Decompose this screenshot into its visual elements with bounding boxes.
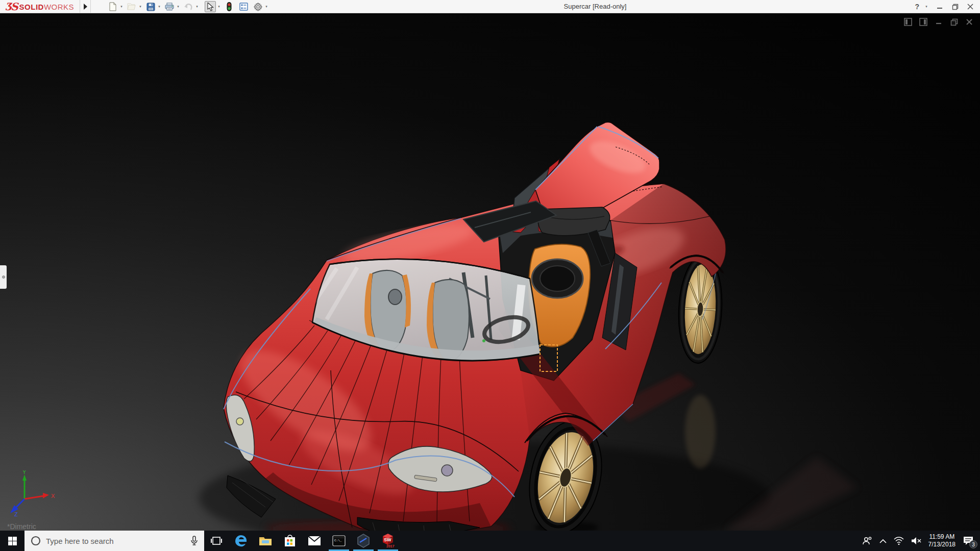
help-button[interactable]: ? bbox=[913, 3, 921, 11]
triad-z-label: Z bbox=[14, 511, 18, 517]
flyout-arrow-icon bbox=[83, 4, 87, 10]
taskbar-app-solidworks-2017[interactable]: SW 2017 bbox=[376, 531, 400, 551]
document-window-controls bbox=[903, 17, 974, 27]
select-tool-dropdown[interactable]: ▾ bbox=[216, 1, 222, 12]
help-dropdown[interactable]: ▾ bbox=[923, 1, 929, 12]
open-document-button[interactable] bbox=[126, 1, 137, 12]
taskbar-app-task-view[interactable] bbox=[204, 531, 229, 551]
print-button[interactable] bbox=[164, 1, 175, 12]
svg-text:SW: SW bbox=[384, 537, 391, 542]
close-button[interactable] bbox=[964, 1, 977, 12]
clock-date: 7/13/2018 bbox=[928, 541, 955, 548]
svg-text:2017: 2017 bbox=[386, 544, 395, 548]
taskbar-app-edge[interactable] bbox=[229, 531, 253, 551]
clock-time: 11:59 AM bbox=[928, 533, 955, 541]
traffic-light-icon bbox=[227, 2, 232, 11]
hexagon-app-icon bbox=[357, 534, 370, 548]
task-pane-button[interactable] bbox=[238, 1, 249, 12]
menu-flyout-arrow[interactable] bbox=[80, 0, 91, 13]
options-dropdown[interactable]: ▾ bbox=[263, 1, 270, 12]
triad-y-label: Y bbox=[22, 470, 27, 475]
chevron-up-icon[interactable] bbox=[879, 539, 887, 543]
notification-badge: 3 bbox=[969, 540, 977, 548]
new-document-icon bbox=[109, 2, 117, 11]
minimize-button[interactable] bbox=[933, 1, 946, 12]
action-center-button[interactable]: 3 bbox=[963, 536, 974, 546]
supercar-3d-model[interactable] bbox=[0, 13, 980, 531]
feature-manager-collapsed-tab[interactable] bbox=[0, 265, 7, 289]
cortana-icon bbox=[31, 536, 41, 546]
select-tool-button[interactable] bbox=[205, 1, 216, 12]
document-title: Supercar [Read-only] bbox=[534, 0, 656, 13]
taskbar-app-microsoft-store[interactable] bbox=[278, 531, 302, 551]
edge-icon bbox=[234, 534, 248, 547]
solidworks-logo: ƷS SOLIDWORKS bbox=[5, 1, 74, 13]
volume-muted-icon[interactable] bbox=[911, 537, 921, 545]
orientation-triad: Y X Z bbox=[7, 470, 58, 517]
rebuild-button[interactable] bbox=[224, 1, 235, 12]
taskbar-app-command-prompt[interactable]: C:\_ bbox=[327, 531, 351, 551]
restore-icon bbox=[952, 4, 959, 10]
doc-close-icon bbox=[966, 18, 973, 26]
taskbar-app-hexagon-3d[interactable] bbox=[351, 531, 376, 551]
save-button[interactable] bbox=[145, 1, 156, 12]
print-icon bbox=[165, 3, 174, 11]
app-title-bar: ƷS SOLIDWORKS ▾ ▾ ▾ ▾ ▾ ▾ bbox=[0, 0, 980, 13]
system-tray: 11:59 AM 7/13/2018 3 bbox=[862, 531, 980, 551]
store-icon bbox=[284, 534, 296, 547]
titlebar-controls: ? ▾ bbox=[913, 0, 977, 13]
pane-right-icon bbox=[919, 18, 927, 26]
undo-button[interactable] bbox=[183, 1, 194, 12]
taskbar-app-file-explorer[interactable] bbox=[253, 531, 278, 551]
microphone-icon[interactable] bbox=[190, 536, 198, 546]
search-input[interactable] bbox=[46, 537, 185, 545]
command-prompt-icon: C:\_ bbox=[332, 535, 346, 546]
graphics-viewport[interactable]: Y X Z *Dimetric bbox=[0, 13, 980, 531]
doc-pane-left-button[interactable] bbox=[903, 17, 913, 27]
doc-pane-right-button[interactable] bbox=[919, 17, 928, 27]
doc-minimize-button[interactable] bbox=[934, 17, 943, 27]
doc-minimize-icon bbox=[935, 18, 942, 26]
people-icon[interactable] bbox=[862, 536, 872, 545]
mail-icon bbox=[308, 536, 321, 546]
taskbar-search-box[interactable] bbox=[24, 531, 204, 551]
wifi-icon[interactable] bbox=[894, 537, 904, 545]
start-button[interactable] bbox=[0, 531, 24, 551]
windows-taskbar: C:\_ SW 2017 11:59 AM 7/13/2018 bbox=[0, 531, 980, 551]
doc-close-button[interactable] bbox=[965, 17, 974, 27]
save-dropdown[interactable]: ▾ bbox=[156, 1, 162, 12]
file-explorer-icon bbox=[259, 535, 272, 546]
task-view-icon bbox=[211, 536, 222, 545]
close-icon bbox=[967, 4, 973, 10]
open-folder-icon bbox=[127, 3, 137, 11]
taskbar-app-mail[interactable] bbox=[302, 531, 327, 551]
taskbar-clock[interactable]: 11:59 AM 7/13/2018 bbox=[928, 533, 955, 548]
options-button[interactable] bbox=[252, 1, 263, 12]
undo-icon bbox=[184, 3, 193, 10]
new-document-dropdown[interactable]: ▾ bbox=[118, 1, 125, 12]
solidworks-logo-glyph: ƷS bbox=[5, 1, 17, 13]
doc-restore-button[interactable] bbox=[949, 17, 959, 27]
main-toolbar: ▾ ▾ ▾ ▾ ▾ ▾ ▾ bbox=[107, 0, 271, 13]
solidworks-logo-word: SOLIDWORKS bbox=[19, 3, 75, 11]
save-icon bbox=[146, 3, 155, 11]
doc-restore-icon bbox=[950, 18, 958, 26]
gear-icon bbox=[254, 3, 262, 11]
new-document-button[interactable] bbox=[107, 1, 118, 12]
select-cursor-icon bbox=[207, 3, 214, 11]
properties-list-icon bbox=[239, 3, 248, 11]
solidworks-2017-icon: SW 2017 bbox=[381, 533, 395, 548]
minimize-icon bbox=[937, 4, 943, 10]
windows-logo-icon bbox=[8, 537, 17, 545]
view-orientation-label: *Dimetric bbox=[7, 522, 36, 531]
open-document-dropdown[interactable]: ▾ bbox=[137, 1, 143, 12]
triad-x-label: X bbox=[51, 493, 55, 499]
svg-text:C:\_: C:\_ bbox=[334, 539, 342, 542]
restore-button[interactable] bbox=[948, 1, 962, 12]
undo-dropdown[interactable]: ▾ bbox=[194, 1, 200, 12]
print-dropdown[interactable]: ▾ bbox=[175, 1, 181, 12]
tab-handle-dot bbox=[2, 276, 5, 279]
pane-left-icon bbox=[904, 18, 912, 26]
